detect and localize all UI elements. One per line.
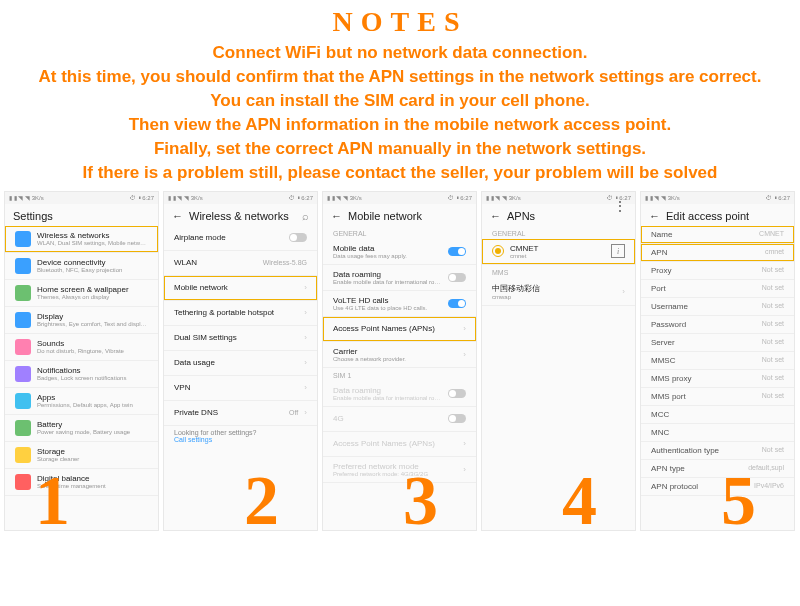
item-title: Sounds [37,339,148,348]
step-number-3: 3 [403,466,438,531]
field-value: Not set [762,446,784,455]
notes-line-4: Then view the APN information in the mob… [0,114,800,136]
step-number-2: 2 [244,466,279,531]
item-subtitle: Enable mobile data for international roa… [333,279,442,285]
apn-mms-row[interactable]: 中国移动彩信 cmwap › [482,278,635,306]
toggle-switch[interactable] [448,299,466,308]
apn-field[interactable]: MNC [641,424,794,442]
section-general: GENERAL [482,226,635,239]
settings-item[interactable]: Home screen & wallpaperThemes, Always on… [5,280,158,307]
mobile-network-item[interactable]: Access Point Names (APNs)› [323,317,476,342]
item-side-value: Off [289,409,298,416]
apn-field[interactable]: APN typedefault,supl [641,460,794,478]
search-icon[interactable]: ⌕ [302,210,309,222]
wireless-item[interactable]: Airplane mode [164,226,317,251]
notes-line-5: Finally, set the correct APN manually in… [0,138,800,160]
toggle-switch[interactable] [448,389,466,398]
item-subtitle: Preferred network mode: 4G/3G/2G [333,471,457,477]
phone-edit-apn: ▮ ▮ ◥ ◥ 3K/s ⏱ ▮ 6:27 ← Edit access poin… [640,191,795,531]
field-value: Not set [762,356,784,365]
title-text: Settings [13,210,53,222]
item-title: Home screen & wallpaper [37,285,148,294]
settings-item[interactable]: SoundsDo not disturb, Ringtone, Vibrate [5,334,158,361]
notes-line-1: Connect WiFi but no network data connect… [0,42,800,64]
mobile-network-item[interactable]: Preferred network modePreferred network … [323,457,476,483]
field-value: Not set [762,374,784,383]
apn-name-field[interactable]: Name CMNET [641,226,794,244]
field-value: Not set [762,338,784,347]
apn-field[interactable]: MMS portNot set [641,388,794,406]
settings-icon [15,231,31,247]
settings-item[interactable]: NotificationsBadges, Lock screen notific… [5,361,158,388]
item-title: 4G [333,414,442,423]
wireless-item[interactable]: Dual SIM settings› [164,326,317,351]
apn-apn-field[interactable]: APN cmnet [641,244,794,262]
apn-name: CMNET [510,244,605,253]
wireless-item[interactable]: Private DNSOff› [164,401,317,426]
field-label: MNC [651,428,669,437]
toggle-switch[interactable] [448,414,466,423]
settings-item[interactable]: Digital balanceScreen time management [5,469,158,496]
menu-icon[interactable]: ⋮ [613,198,627,214]
radio-selected-icon[interactable] [492,245,504,257]
field-label: APN protocol [651,482,698,491]
field-label: Username [651,302,688,311]
info-icon[interactable]: i [611,244,625,258]
mobile-network-item[interactable]: Data roamingEnable mobile data for inter… [323,381,476,407]
item-title: Data roaming [333,386,442,395]
status-right: ⏱ ▮ 6:27 [448,195,472,201]
toggle-switch[interactable] [448,273,466,282]
step-number-1: 1 [35,466,70,531]
settings-item[interactable]: DisplayBrightness, Eye comfort, Text and… [5,307,158,334]
wireless-item[interactable]: Mobile network› [164,276,317,301]
section-sim1: SIM 1 [323,368,476,381]
settings-item[interactable]: AppsPermissions, Default apps, App twin [5,388,158,415]
back-icon[interactable]: ← [172,210,183,222]
mobile-network-item[interactable]: VoLTE HD callsUse 4G LTE data to place H… [323,291,476,317]
mobile-network-item[interactable]: Data roamingEnable mobile data for inter… [323,265,476,291]
back-icon[interactable]: ← [649,210,660,222]
wireless-item[interactable]: Data usage› [164,351,317,376]
item-title: Data usage [174,358,298,367]
status-bar: ▮ ▮ ◥ ◥ 3K/s ⏱ ▮ 6:27 [641,192,794,204]
field-value: IPv4/IPv6 [754,482,784,491]
chevron-right-icon: › [622,287,625,296]
mobile-network-item[interactable]: CarrierChoose a network provider.› [323,342,476,368]
chevron-right-icon: › [304,358,307,367]
back-icon[interactable]: ← [490,210,501,222]
settings-icon [15,474,31,490]
apn-field[interactable]: UsernameNot set [641,298,794,316]
settings-item[interactable]: BatteryPower saving mode, Battery usage [5,415,158,442]
call-settings-link[interactable]: Call settings [164,436,317,443]
toggle-switch[interactable] [448,247,466,256]
mobile-network-item[interactable]: Access Point Names (APNs)› [323,432,476,457]
apn-field[interactable]: ProxyNot set [641,262,794,280]
mobile-network-item[interactable]: 4G [323,407,476,432]
settings-item[interactable]: Device connectivityBluetooth, NFC, Easy … [5,253,158,280]
phone-wireless: ▮ ▮ ◥ ◥ 3K/s ⏱ ▮ 6:27 ← Wireless & netwo… [163,191,318,531]
phone-mobile-network: ▮ ▮ ◥ ◥ 3K/s ⏱ ▮ 6:27 ← Mobile network G… [322,191,477,531]
apn-field[interactable]: MMS proxyNot set [641,370,794,388]
item-subtitle: Choose a network provider. [333,356,457,362]
apn-cmnet-row[interactable]: CMNET cmnet i [482,239,635,265]
settings-item[interactable]: Wireless & networksWLAN, Dual SIM settin… [5,226,158,253]
apn-field[interactable]: MCC [641,406,794,424]
mobile-network-item[interactable]: Mobile dataData usage fees may apply. [323,239,476,265]
status-right: ⏱ ▮ 6:27 [130,195,154,201]
apn-field[interactable]: ServerNot set [641,334,794,352]
wireless-item[interactable]: Tethering & portable hotspot› [164,301,317,326]
item-title: Carrier [333,347,457,356]
wireless-item[interactable]: WLANWireless-5.8G [164,251,317,276]
status-left: ▮ ▮ ◥ ◥ 3K/s [645,194,680,201]
settings-item[interactable]: StorageStorage cleaner [5,442,158,469]
wireless-item[interactable]: VPN› [164,376,317,401]
apn-field[interactable]: Authentication typeNot set [641,442,794,460]
apn-field[interactable]: APN protocolIPv4/IPv6 [641,478,794,496]
toggle-switch[interactable] [289,233,307,242]
apn-field[interactable]: MMSCNot set [641,352,794,370]
apn-field[interactable]: PasswordNot set [641,316,794,334]
apn-field[interactable]: PortNot set [641,280,794,298]
back-icon[interactable]: ← [331,210,342,222]
step-number-4: 4 [562,466,597,531]
item-subtitle: Permissions, Default apps, App twin [37,402,148,408]
